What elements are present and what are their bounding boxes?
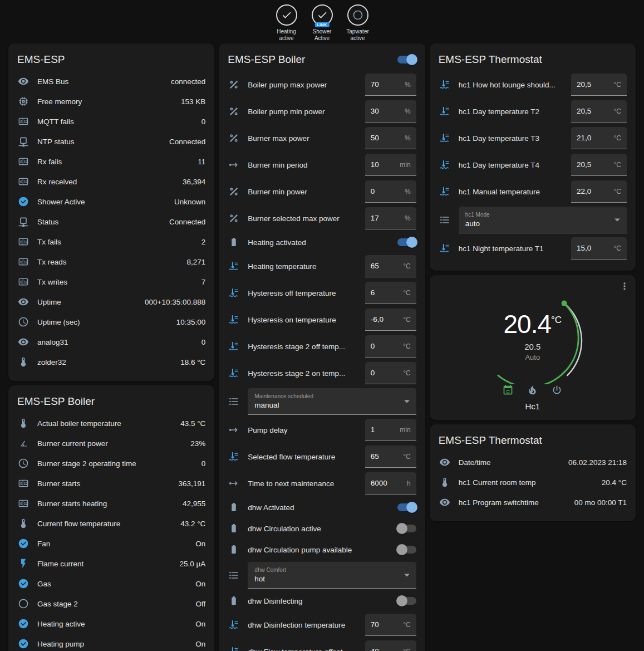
number-input[interactable]: 10min	[365, 154, 416, 176]
toggle-switch[interactable]	[397, 238, 416, 246]
entity-row[interactable]: Actual boiler temperature43.5 °C	[17, 413, 205, 433]
entity-row[interactable]: Uptime000+10:35:00.888	[17, 292, 205, 312]
climate-card: 20.4°C 20.5 Auto Hc1	[430, 275, 636, 420]
entity-label: Shower Active	[37, 198, 166, 206]
entity-row[interactable]: Burner current power23%	[17, 433, 205, 453]
entity-label: Hysteresis on temperature	[248, 316, 357, 324]
entity-row[interactable]: 012Rx fails11	[17, 151, 205, 172]
thermostat-info-card: EMS-ESP Thermostat Date/time06.02.2023 2…	[430, 424, 636, 521]
number-input[interactable]: 0°C	[365, 335, 416, 358]
entity-row: dhw Circulation active	[228, 518, 416, 539]
entity-row[interactable]: StatusConnected	[17, 212, 205, 232]
entity-row: dhw Disinfection temperature70°C	[228, 611, 416, 638]
badge-shower-active[interactable]: LINKShower Active	[306, 4, 339, 42]
eye-icon	[17, 336, 30, 347]
entity-row[interactable]: 012Burner starts363,191	[17, 473, 205, 493]
number-input[interactable]: 6°C	[365, 282, 416, 304]
fire-icon[interactable]	[527, 384, 539, 396]
climate-mode-buttons	[439, 384, 627, 396]
number-input[interactable]: 21,0°C	[571, 127, 627, 149]
entity-row[interactable]: 012MQTT fails0	[17, 111, 205, 131]
entity-row[interactable]: 012Tx writes7	[17, 272, 205, 292]
entity-row[interactable]: analog310	[17, 332, 205, 352]
calendar-sync-icon[interactable]	[502, 384, 514, 396]
entity-label: hc1 Night temperature T1	[459, 244, 563, 253]
select-field[interactable]: Maintenance scheduledmanual	[248, 388, 416, 415]
number-input[interactable]: 40°C	[365, 640, 416, 651]
card-title: EMS-ESP Thermostat	[439, 432, 627, 452]
entity-row[interactable]: 012Rx received36,394	[17, 172, 205, 192]
number-unit: °C	[403, 648, 410, 651]
toggle-switch[interactable]	[397, 503, 416, 511]
entity-row: dhw Flow temperature offset40°C	[228, 638, 416, 651]
number-input[interactable]: 15,0°C	[571, 237, 627, 260]
entity-value: connected	[171, 77, 205, 86]
number-input[interactable]: 20,5°C	[571, 74, 627, 96]
badge-tapwater-active[interactable]: Tapwater active	[341, 4, 375, 42]
entity-row[interactable]: FanOn	[17, 533, 205, 554]
card-header-toggle[interactable]	[397, 56, 416, 63]
toggle-switch[interactable]	[397, 525, 416, 532]
number-input[interactable]: 0°C	[365, 362, 416, 384]
entity-row[interactable]: 012Burner starts heating42,955	[17, 493, 205, 513]
entity-row[interactable]: hc1 Current room temp20.4 °C	[439, 472, 627, 492]
entity-row[interactable]: zolder3218.6 °C	[17, 352, 205, 372]
coolant-icon	[228, 287, 240, 298]
number-input[interactable]: 22,0°C	[571, 180, 627, 203]
number-input[interactable]: 65°C	[365, 446, 416, 468]
entity-row[interactable]: Heating pumpOn	[17, 634, 205, 651]
entity-label: dhw Disinfecting	[248, 597, 389, 605]
number-input[interactable]: 50%	[365, 127, 416, 149]
number-unit: %	[405, 214, 411, 222]
entity-row: Hysteresis stage 2 off temp...0°C	[228, 333, 416, 360]
number-input[interactable]: 70°C	[365, 614, 416, 636]
entity-row[interactable]: Burner stage 2 operating time0	[17, 453, 205, 473]
number-value: 0	[371, 369, 375, 377]
entity-row[interactable]: Heating activeOn	[17, 614, 205, 634]
entity-row[interactable]: Gas stage 2Off	[17, 594, 205, 614]
toggle-switch[interactable]	[397, 546, 416, 554]
entity-row[interactable]: hc1 Program switchtime00 mo 00:00 T1	[439, 492, 627, 512]
number-input[interactable]: 65°C	[365, 255, 416, 277]
number-input[interactable]: 30%	[365, 100, 416, 123]
entity-row[interactable]: Shower ActiveUnknown	[17, 192, 205, 212]
entity-row[interactable]: Flame current25.0 µA	[17, 554, 205, 574]
more-options-icon[interactable]	[618, 281, 631, 294]
entity-row: dhw Circulation pump available	[228, 539, 416, 560]
entity-row[interactable]: NTP statusConnected	[17, 131, 205, 151]
entity-row[interactable]: EMS Busconnected	[17, 71, 205, 91]
number-input[interactable]: 0%	[365, 180, 416, 203]
entity-label: hc1 Day temperature T4	[459, 161, 563, 169]
number-input[interactable]: 1min	[365, 419, 416, 441]
number-input[interactable]: 20,5°C	[571, 100, 627, 123]
select-field[interactable]: hc1 Modeauto	[459, 207, 627, 233]
entity-row[interactable]: GasOn	[17, 574, 205, 594]
number-input[interactable]: 70%	[365, 74, 416, 96]
climate-dial[interactable]: 20.4°C 20.5 Auto	[474, 290, 591, 384]
badge-label: Shower Active	[306, 28, 338, 42]
badge-heating-active[interactable]: Heating active	[270, 4, 303, 42]
card-title: EMS-ESP Boiler	[17, 393, 205, 413]
entity-row[interactable]: Date/time06.02.2023 21:18	[439, 452, 627, 472]
number-input[interactable]: 17%	[365, 207, 416, 229]
entity-label: hc1 Current room temp	[459, 478, 594, 487]
toggle-switch[interactable]	[397, 597, 416, 605]
entity-row[interactable]: Free memory153 KB	[17, 91, 205, 111]
check-circle-icon	[17, 578, 30, 589]
number-input[interactable]: 20,5°C	[571, 154, 627, 176]
entity-row: hc1 Day temperature T420,5°C	[439, 151, 627, 178]
entity-row[interactable]: 012Tx reads8,271	[17, 252, 205, 272]
coolant-icon	[439, 133, 451, 144]
entity-label: Burner starts	[37, 479, 171, 488]
number-input[interactable]: -6,0°C	[365, 309, 416, 331]
entity-row: Burner selected max power17%	[228, 205, 416, 232]
number-input[interactable]: 6000h	[365, 472, 416, 495]
eye-icon	[439, 457, 451, 468]
svg-text:0: 0	[20, 482, 22, 486]
entity-row[interactable]: 012Tx fails2	[17, 232, 205, 252]
entity-row[interactable]: Uptime (sec)10:35:00	[17, 312, 205, 332]
power-icon[interactable]	[551, 384, 563, 396]
battery-icon	[228, 544, 240, 555]
select-field[interactable]: dhw Comforthot	[248, 562, 416, 589]
entity-row[interactable]: Current flow temperature43.2 °C	[17, 513, 205, 533]
